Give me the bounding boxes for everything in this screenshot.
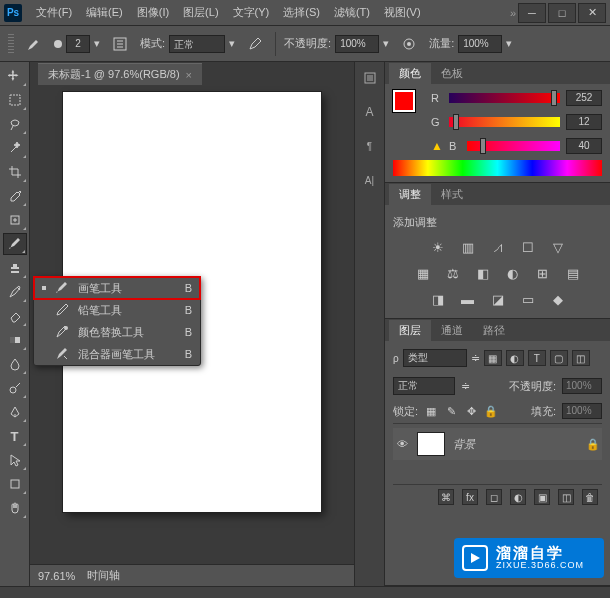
mode-select[interactable]: 正常 [169,35,225,53]
menu-file[interactable]: 文件(F) [30,2,78,23]
brightness-icon[interactable]: ☀ [430,239,446,255]
r-value[interactable]: 252 [566,90,602,106]
lock-all-icon[interactable]: 🔒 [484,404,498,418]
filter-type-select[interactable]: 类型 [403,349,467,367]
tab-adjustments[interactable]: 调整 [389,184,431,205]
new-layer-button[interactable]: ◫ [558,489,574,505]
link-layers-button[interactable]: ⌘ [438,489,454,505]
tab-channels[interactable]: 通道 [431,320,473,341]
channel-mixer-icon[interactable]: ⊞ [535,265,551,281]
document-tab[interactable]: 未标题-1 @ 97.6%(RGB/8) × [38,63,202,85]
menu-edit[interactable]: 编辑(E) [80,2,129,23]
crop-tool[interactable] [3,161,27,183]
tab-styles[interactable]: 样式 [431,184,473,205]
bw-icon[interactable]: ◧ [475,265,491,281]
new-adjustment-button[interactable]: ◐ [510,489,526,505]
fill-input[interactable]: 100% [562,403,602,419]
hue-sat-icon[interactable]: ▦ [415,265,431,281]
hand-tool[interactable] [3,497,27,519]
posterize-icon[interactable]: ▬ [460,291,476,307]
threshold-icon[interactable]: ◪ [490,291,506,307]
b-value[interactable]: 40 [566,138,602,154]
vibrance-icon[interactable]: ▽ [550,239,566,255]
magic-wand-tool[interactable] [3,137,27,159]
color-spectrum[interactable] [393,160,602,176]
color-lookup-icon[interactable]: ▤ [565,265,581,281]
close-tab-icon[interactable]: × [186,69,192,81]
type-panel-icon[interactable]: A| [361,172,379,188]
paragraph-panel-icon[interactable]: ¶ [361,138,379,154]
lock-transparency-icon[interactable]: ▦ [424,404,438,418]
type-tool[interactable]: T [3,425,27,447]
flyout-color-replace[interactable]: 颜色替换工具 B [34,321,200,343]
eraser-tool[interactable] [3,305,27,327]
layer-fx-button[interactable]: fx [462,489,478,505]
r-slider[interactable] [449,93,560,103]
dodge-tool[interactable] [3,377,27,399]
menu-type[interactable]: 文字(Y) [227,2,276,23]
pen-tool[interactable] [3,401,27,423]
lock-position-icon[interactable]: ✥ [464,404,478,418]
layer-mask-button[interactable]: ◻ [486,489,502,505]
g-value[interactable]: 12 [566,114,602,130]
filter-type-icon[interactable]: T [528,350,546,366]
selective-color-icon[interactable]: ◆ [550,291,566,307]
minimize-button[interactable]: ─ [518,3,546,23]
close-button[interactable]: ✕ [578,3,606,23]
color-balance-icon[interactable]: ⚖ [445,265,461,281]
flyout-mixer-brush[interactable]: 混合器画笔工具 B [34,343,200,365]
marquee-tool[interactable] [3,89,27,111]
filter-adjust-icon[interactable]: ◐ [506,350,524,366]
color-swatch-block[interactable] [393,90,421,112]
stamp-tool[interactable] [3,257,27,279]
character-panel-icon[interactable]: A [361,104,379,120]
menu-filter[interactable]: 滤镜(T) [328,2,376,23]
new-group-button[interactable]: ▣ [534,489,550,505]
timeline-label[interactable]: 时间轴 [87,568,120,583]
gamut-warning-icon[interactable]: ▲ [431,139,443,153]
blend-mode-select[interactable]: 正常 [393,377,455,395]
flyout-pencil[interactable]: 铅笔工具 B [34,299,200,321]
history-brush-tool[interactable] [3,281,27,303]
brush-panel-toggle[interactable] [108,32,132,56]
lock-paint-icon[interactable]: ✎ [444,404,458,418]
photo-filter-icon[interactable]: ◐ [505,265,521,281]
gradient-map-icon[interactable]: ▭ [520,291,536,307]
flyout-brush[interactable]: 画笔工具 B [34,277,200,299]
path-select-tool[interactable] [3,449,27,471]
menu-image[interactable]: 图像(I) [131,2,175,23]
tab-paths[interactable]: 路径 [473,320,515,341]
layer-thumbnail[interactable] [417,432,445,456]
shape-tool[interactable] [3,473,27,495]
tab-layers[interactable]: 图层 [389,320,431,341]
filter-pixel-icon[interactable]: ▦ [484,350,502,366]
exposure-icon[interactable]: ☐ [520,239,536,255]
menu-select[interactable]: 选择(S) [277,2,326,23]
foreground-swatch[interactable] [393,90,415,112]
gradient-tool[interactable] [3,329,27,351]
layer-name[interactable]: 背景 [453,437,578,452]
brush-tool[interactable] [3,233,27,255]
lasso-tool[interactable] [3,113,27,135]
menu-layer[interactable]: 图层(L) [177,2,224,23]
curves-icon[interactable]: ⩘ [490,239,506,255]
opacity-input[interactable]: 100% [335,35,379,53]
delete-layer-button[interactable]: 🗑 [582,489,598,505]
brush-tool-icon[interactable] [22,32,46,56]
flow-input[interactable]: 100% [458,35,502,53]
brush-preset[interactable]: 2 ▾ [54,35,100,53]
healing-tool[interactable] [3,209,27,231]
invert-icon[interactable]: ◨ [430,291,446,307]
zoom-value[interactable]: 97.61% [38,570,75,582]
visibility-icon[interactable]: 👁 [395,438,409,450]
maximize-button[interactable]: □ [548,3,576,23]
filter-smart-icon[interactable]: ◫ [572,350,590,366]
brush-settings-icon[interactable] [243,32,267,56]
layer-opacity-input[interactable]: 100% [562,378,602,394]
history-panel-icon[interactable] [361,70,379,86]
tab-swatches[interactable]: 色板 [431,63,473,84]
g-slider[interactable] [449,117,560,127]
tablet-pressure-opacity-icon[interactable] [397,32,421,56]
blur-tool[interactable] [3,353,27,375]
grip-handle[interactable] [8,34,14,54]
